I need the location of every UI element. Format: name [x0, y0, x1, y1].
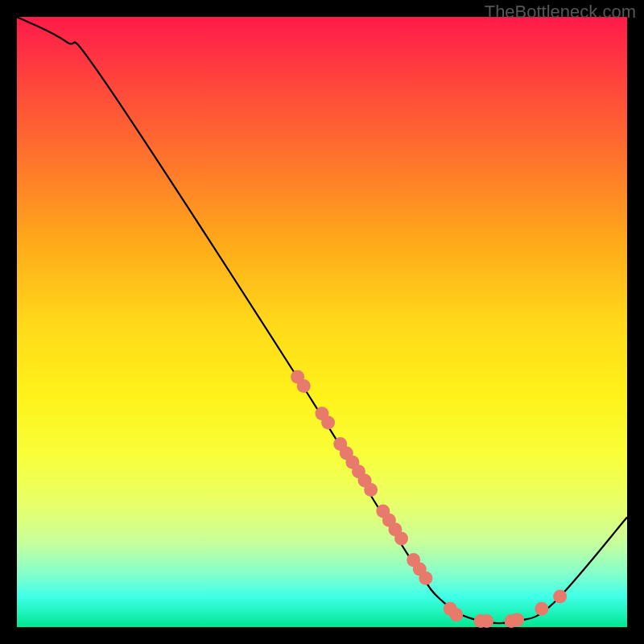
curve-marker — [535, 602, 548, 616]
watermark-text: TheBottleneck.com — [485, 2, 636, 23]
curve-marker — [553, 590, 567, 604]
curve-marker — [419, 572, 432, 585]
curve-marker — [297, 379, 311, 393]
curve-marker — [394, 532, 408, 546]
curve-markers-group — [291, 370, 567, 628]
curve-line — [17, 17, 627, 623]
curve-marker — [364, 483, 378, 497]
curve-marker — [510, 613, 524, 626]
curve-marker — [449, 608, 463, 621]
bottleneck-curve-chart — [17, 17, 627, 627]
curve-marker — [480, 614, 493, 628]
gradient-plot-background — [17, 17, 627, 627]
curve-marker — [321, 416, 335, 430]
